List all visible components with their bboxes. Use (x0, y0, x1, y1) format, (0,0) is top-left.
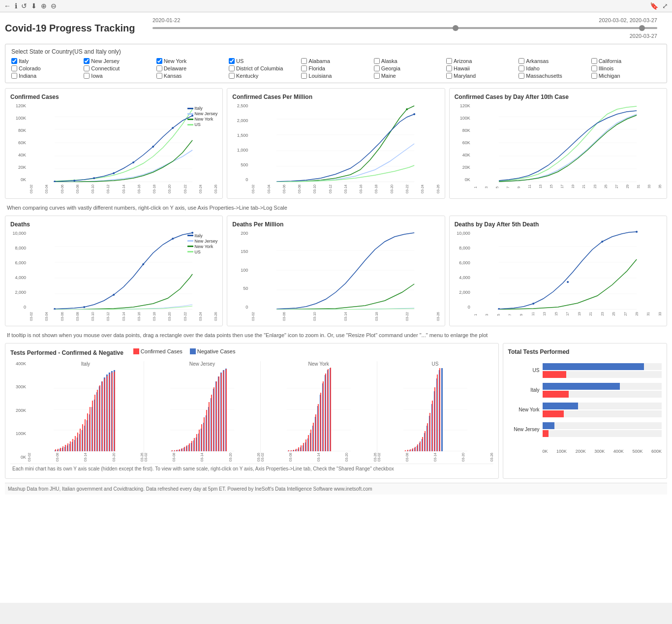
svg-point-49 (567, 281, 569, 283)
filter-item-colorado[interactable]: Colorado (11, 65, 81, 71)
refresh-icon[interactable]: ↺ (21, 2, 27, 10)
filter-item-dc[interactable]: District of Columbia (229, 65, 298, 71)
svg-rect-224 (425, 431, 426, 451)
filter-item-kentucky[interactable]: Kentucky (229, 73, 298, 79)
filter-item-iowa[interactable]: Iowa (84, 73, 153, 79)
filter-item-italy[interactable]: Italy (11, 58, 81, 64)
per-million-svg (251, 103, 439, 182)
bookmark-icon[interactable]: 🔖 (650, 2, 658, 10)
checkbox-iowa[interactable] (84, 73, 90, 79)
svg-rect-87 (70, 441, 71, 451)
svg-rect-195 (330, 368, 331, 451)
tests-title: Tests Performed - Confirmed & Negative (10, 349, 123, 356)
newjersey-mini-chart: New Jersey (144, 361, 261, 462)
filter-item-newjersey[interactable]: New Jersey (84, 58, 153, 64)
date-slider[interactable]: 2020-01-22 2020-03-02, 2020-03-27 2020-0… (143, 17, 667, 39)
checkbox-alaska[interactable] (374, 58, 380, 64)
filter-item-florida[interactable]: Florida (301, 65, 370, 71)
checkbox-dc[interactable] (229, 65, 235, 71)
svg-rect-219 (412, 448, 413, 451)
checkbox-georgia[interactable] (374, 65, 380, 71)
checkbox-colorado[interactable] (11, 65, 17, 71)
checkbox-illinois[interactable] (591, 65, 597, 71)
checkbox-newjersey[interactable] (84, 58, 90, 64)
checkbox-maryland[interactable] (446, 73, 452, 79)
svg-rect-226 (429, 413, 430, 451)
filter-item-arkansas[interactable]: Arkansas (519, 58, 588, 64)
zoom-out-icon[interactable]: ⊖ (51, 2, 57, 10)
filter-item-us[interactable]: US (229, 58, 298, 64)
checkbox-louisiana[interactable] (301, 73, 307, 79)
filter-item-maine[interactable]: Maine (374, 73, 443, 79)
ny-mini-label: New York (261, 361, 377, 367)
checkbox-delaware[interactable] (156, 65, 162, 71)
filter-item-idaho[interactable]: Idaho (519, 65, 588, 71)
svg-rect-182 (298, 447, 299, 451)
filter-item-connecticut[interactable]: Connecticut (84, 65, 153, 71)
nj-negative-bar (543, 422, 554, 429)
checkbox-florida[interactable] (301, 65, 307, 71)
checkbox-idaho[interactable] (519, 65, 524, 71)
filter-item-hawaii[interactable]: Hawaii (446, 65, 516, 71)
confirmed-legend-label: Confirmed Cases (141, 348, 183, 354)
confirmed-by-day-title: Confirmed Cases by Day After 10th Case (455, 94, 662, 100)
svg-rect-137 (182, 448, 183, 451)
us-bar-row: US (508, 363, 662, 378)
us-confirmed-track (543, 371, 662, 378)
filter-item-newyork[interactable]: New York (156, 58, 226, 64)
svg-point-9 (113, 172, 115, 174)
checkbox-arkansas[interactable] (519, 58, 524, 64)
us-negative-track (543, 363, 662, 370)
checkbox-california[interactable] (591, 58, 597, 64)
checkbox-kansas[interactable] (156, 73, 162, 79)
svg-point-34 (113, 294, 115, 296)
filter-item-massachusetts[interactable]: Massachusetts (519, 73, 588, 79)
deaths-per-million-chart: Deaths Per Million 200 150 100 50 0 (227, 216, 445, 326)
checkbox-newyork[interactable] (156, 58, 162, 64)
filter-item-alabama[interactable]: Alabama (301, 58, 370, 64)
deaths-pm-y-axis: 200 150 100 50 0 (232, 231, 249, 310)
filter-item-arizona[interactable]: Arizona (446, 58, 516, 64)
italy-mini-svg (28, 368, 144, 451)
expand-icon[interactable]: ⤢ (662, 2, 668, 10)
checkbox-massachusetts[interactable] (519, 73, 524, 79)
checkbox-italy[interactable] (11, 58, 17, 64)
deaths-legend: Italy New Jersey New York US (187, 233, 217, 254)
checkbox-connecticut[interactable] (84, 65, 90, 71)
slider-start-label: 2020-01-22 (153, 17, 180, 23)
filter-item-louisiana[interactable]: Louisiana (301, 73, 370, 79)
nj-mini-svg (144, 368, 260, 451)
filter-item-kansas[interactable]: Kansas (156, 73, 226, 79)
back-icon[interactable]: ← (4, 2, 11, 10)
filter-item-california[interactable]: California (591, 58, 661, 64)
slider-track[interactable] (153, 27, 657, 29)
filter-item-indiana[interactable]: Indiana (11, 73, 81, 79)
checkbox-us[interactable] (229, 58, 235, 64)
italy-bar-row: Italy (508, 383, 662, 398)
checkbox-indiana[interactable] (11, 73, 17, 79)
checkbox-maine[interactable] (374, 73, 380, 79)
checkbox-kentucky[interactable] (229, 73, 235, 79)
filter-item-illinois[interactable]: Illinois (591, 65, 661, 71)
svg-rect-91 (80, 429, 81, 451)
svg-rect-138 (184, 447, 185, 451)
confirmed-cases-chart: Confirmed Cases 120K 100K 80K 60K 40K 20… (5, 88, 223, 199)
svg-rect-97 (94, 395, 95, 451)
checkbox-michigan[interactable] (591, 73, 597, 79)
download-icon[interactable]: ⬇ (31, 2, 37, 10)
filter-item-alaska[interactable]: Alaska (374, 58, 443, 64)
checkbox-alabama[interactable] (301, 58, 307, 64)
svg-point-47 (498, 308, 500, 310)
zoom-in-icon[interactable]: ⊕ (41, 2, 47, 10)
svg-rect-85 (65, 445, 66, 451)
filter-item-maryland[interactable]: Maryland (446, 73, 516, 79)
filter-item-michigan[interactable]: Michigan (591, 73, 661, 79)
checkbox-hawaii[interactable] (446, 65, 452, 71)
filter-item-delaware[interactable]: Delaware (156, 65, 226, 71)
checkbox-arizona[interactable] (446, 58, 452, 64)
info-icon[interactable]: ℹ (15, 2, 17, 10)
svg-point-11 (152, 146, 154, 148)
newjersey-bar-group (543, 422, 662, 437)
by-day-y-axis: 120K 100K 80K 60K 40K 20K 0K (455, 103, 472, 182)
filter-item-georgia[interactable]: Georgia (374, 65, 443, 71)
